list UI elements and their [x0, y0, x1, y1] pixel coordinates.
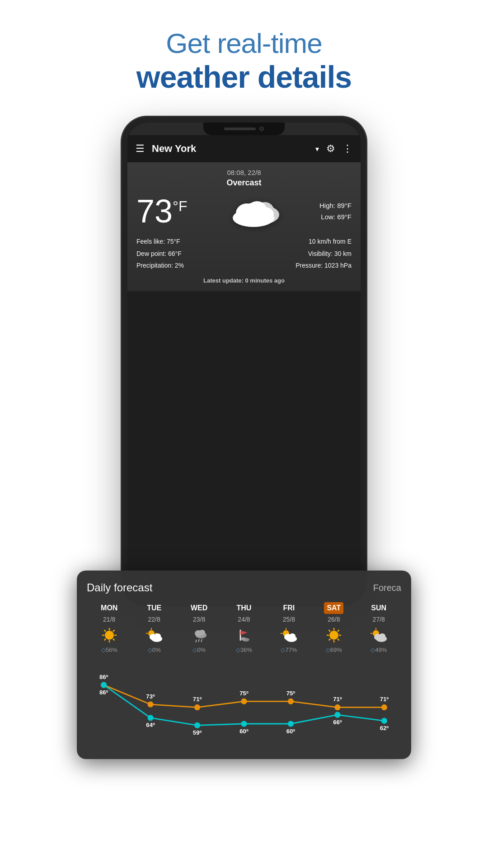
day-precip: ◇36% [236, 646, 252, 653]
svg-text:60º: 60º [239, 728, 249, 735]
svg-text:75º: 75º [286, 690, 296, 697]
forecast-day-fri: FRI25/8◇77% [267, 602, 311, 653]
svg-text:71º: 71º [333, 696, 342, 703]
day-weather-icon [326, 627, 342, 644]
temperature-unit: °F [173, 198, 187, 214]
day-date: 26/8 [328, 616, 340, 623]
pressure: Pressure: 1023 hPa [296, 259, 352, 272]
condition-text: Overcast [136, 178, 352, 188]
temperature-graph: 86º73º71º75º75º71º71º86º64º59º60º60º66º6… [87, 658, 401, 750]
day-weather-icon [191, 627, 207, 644]
svg-point-69 [101, 682, 107, 688]
svg-text:75º: 75º [239, 690, 249, 697]
city-name: New York [152, 143, 313, 155]
forecast-panel: Daily forecast Foreca MON21/8◇56%TUE22/8… [77, 571, 411, 759]
svg-point-6 [256, 207, 274, 222]
visibility: Visibility: 30 km [296, 248, 352, 260]
dropdown-arrow-icon[interactable]: ▾ [315, 145, 319, 153]
app-bar: ☰ New York ▾ ⚙ ⋮ [127, 135, 361, 162]
day-precip: ◇0% [192, 646, 206, 653]
forecast-day-tue: TUE22/8◇0% [131, 602, 176, 653]
svg-point-23 [155, 633, 161, 639]
svg-line-27 [196, 640, 197, 642]
foreca-brand: Foreca [373, 583, 401, 593]
svg-point-61 [241, 698, 247, 704]
svg-marker-31 [240, 631, 248, 635]
svg-text:71º: 71º [380, 696, 389, 703]
low-temp: Low: 69°F [319, 211, 352, 223]
day-name: WED [188, 602, 210, 614]
high-low: High: 89°F Low: 69°F [319, 200, 352, 223]
feels-like: Feels like: 75°F [136, 236, 184, 248]
svg-line-14 [113, 630, 115, 632]
day-date: 27/8 [373, 616, 385, 623]
svg-point-57 [147, 701, 153, 707]
svg-point-77 [288, 721, 294, 726]
header-line2: weather details [136, 59, 352, 94]
day-date: 23/8 [193, 616, 205, 623]
day-name: TUE [144, 602, 164, 614]
day-name: FRI [281, 602, 298, 614]
svg-line-28 [198, 639, 199, 642]
svg-text:59º: 59º [193, 729, 202, 736]
day-date: 21/8 [103, 616, 115, 623]
svg-point-71 [147, 715, 153, 721]
day-weather-icon [280, 627, 298, 644]
day-weather-icon [236, 627, 252, 644]
header-line1: Get real-time [136, 27, 352, 59]
day-date: 22/8 [148, 616, 160, 623]
details-left: Feels like: 75°F Dew point: 66°F Precipi… [136, 236, 184, 272]
forecast-day-sun: SUN27/8◇49% [357, 602, 401, 653]
more-options-icon[interactable]: ⋮ [343, 143, 352, 155]
day-weather-icon [370, 627, 388, 644]
svg-point-54 [379, 633, 385, 639]
latest-update: Latest update: 0 minutes ago [136, 277, 352, 284]
svg-point-63 [288, 698, 294, 704]
svg-text:71º: 71º [193, 696, 202, 703]
day-name: THU [234, 602, 254, 614]
gear-icon[interactable]: ⚙ [326, 143, 335, 155]
forecast-day-thu: THU24/8◇36% [221, 602, 266, 653]
forecast-day-mon: MON21/8◇56% [87, 602, 131, 653]
temperature-value: 73 [136, 193, 173, 229]
forecast-day-wed: WED23/8◇0% [177, 602, 221, 653]
svg-line-48 [328, 639, 330, 641]
weather-icon [224, 193, 283, 229]
svg-point-67 [381, 704, 387, 710]
svg-point-33 [240, 637, 246, 641]
svg-point-79 [334, 712, 340, 718]
svg-point-81 [381, 718, 387, 724]
svg-text:86º: 86º [99, 689, 108, 696]
dew-point: Dew point: 66°F [136, 248, 184, 260]
svg-line-47 [338, 630, 339, 632]
weather-main: 08:08, 22/8 Overcast 73°F [127, 162, 361, 291]
day-precip: ◇56% [101, 646, 117, 653]
hamburger-icon[interactable]: ☰ [136, 143, 145, 155]
forecast-day-sat: SAT26/8◇69% [311, 602, 356, 653]
forecast-days-row: MON21/8◇56%TUE22/8◇0%WED23/8◇0%THU24/8◇3… [87, 602, 401, 653]
forecast-header: Daily forecast Foreca [87, 581, 401, 594]
svg-text:64º: 64º [146, 722, 155, 728]
temp-row: 73°F [136, 193, 352, 229]
svg-line-29 [201, 639, 202, 642]
svg-line-46 [338, 639, 339, 641]
svg-point-40 [329, 631, 338, 640]
day-precip: ◇0% [148, 646, 161, 653]
svg-point-59 [194, 704, 200, 710]
svg-line-12 [104, 630, 106, 632]
day-name: SUN [368, 602, 389, 614]
day-precip: ◇77% [281, 646, 297, 653]
speaker-grille [224, 127, 256, 130]
header-section: Get real-time weather details [136, 27, 352, 94]
camera-dot [259, 127, 264, 131]
details-right: 10 km/h from E Visibility: 30 km Pressur… [296, 236, 352, 272]
day-name: SAT [324, 602, 343, 614]
phone-notch [203, 123, 285, 135]
day-date: 24/8 [238, 616, 250, 623]
svg-point-39 [289, 633, 296, 639]
temperature-display: 73°F [136, 195, 187, 227]
wind: 10 km/h from E [296, 236, 352, 248]
day-weather-icon [145, 627, 163, 644]
svg-text:66º: 66º [333, 719, 342, 726]
svg-point-26 [199, 630, 205, 635]
